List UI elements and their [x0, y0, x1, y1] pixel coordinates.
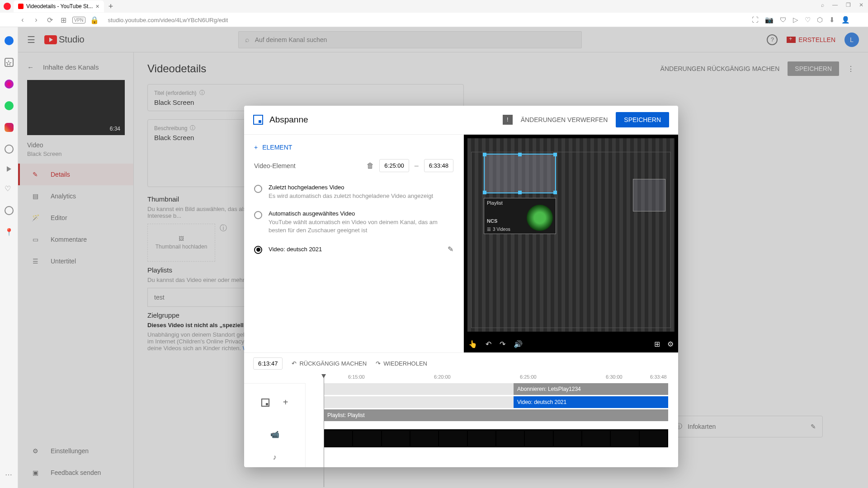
cube-icon[interactable]: ⬡ [817, 16, 823, 24]
modal-title: Abspanne [269, 115, 308, 125]
subscribe-clip[interactable]: Abonnieren: LetsPlay1234 [514, 383, 668, 395]
clock-icon[interactable] [5, 206, 14, 215]
radio-checked-icon[interactable] [254, 246, 262, 254]
resize-handle[interactable] [483, 153, 486, 156]
preview-canvas[interactable]: Playlist NCS ☰3 Videos [467, 138, 675, 332]
timeline-tick: 6:20:00 [434, 374, 451, 380]
resize-handle[interactable] [483, 191, 486, 194]
playlist-brand: NCS [487, 218, 497, 224]
workspace-icon[interactable] [5, 36, 14, 45]
grid-icon[interactable]: ⊞ [654, 340, 660, 348]
radio-icon[interactable] [254, 211, 262, 219]
element-type-label: Video-Element [254, 162, 296, 169]
element-settings-panel: + ELEMENT Video-Element 🗑 6:25:00 – 6:33… [244, 135, 464, 352]
timeline-track[interactable]: Playlist: Playlist [324, 409, 668, 421]
timeline-ruler[interactable]: 6:15:00 6:20:00 6:25:00 6:30:00 6:33:48 [244, 374, 678, 383]
player-icon[interactable] [7, 166, 11, 172]
timeline-track-header-audio: ♪ [244, 447, 305, 467]
selected-video-element[interactable] [484, 154, 556, 193]
plus-icon: + [254, 144, 258, 151]
timeline-redo-button[interactable]: ↷WIEDERHOLEN [376, 360, 427, 367]
rewind-icon[interactable]: ↶ [486, 340, 491, 348]
delete-element-icon[interactable]: 🗑 [367, 162, 374, 170]
pinboard-icon[interactable]: 📍 [5, 228, 14, 236]
gear-icon[interactable]: ⚙ [667, 340, 674, 348]
timeline-playhead[interactable] [324, 374, 324, 487]
radio-icon[interactable] [254, 185, 262, 193]
endscreen-modal: Abspanne ! ÄNDERUNGEN VERWERFEN SPEICHER… [244, 106, 678, 467]
maximize-icon[interactable]: ❐ [846, 2, 851, 8]
messenger-icon[interactable] [5, 80, 14, 89]
back-icon[interactable]: ‹ [18, 16, 27, 24]
timeline-track[interactable]: Video: deutsch 2021 [324, 396, 668, 408]
shield-icon[interactable]: 🛡 [780, 16, 787, 24]
new-tab-button[interactable]: + [104, 2, 118, 11]
option-best-for-viewer[interactable]: Automatisch ausgewähltes Video YouTube w… [254, 206, 453, 241]
history-icon[interactable] [5, 145, 14, 154]
video-frame [554, 430, 581, 446]
time-dash: – [415, 162, 419, 170]
favorites-icon[interactable]: ♡ [5, 184, 14, 193]
timeline-track[interactable]: Abonnieren: LetsPlay1234 [324, 383, 668, 395]
list-icon: ☰ [487, 227, 491, 232]
subscribe-element[interactable] [633, 179, 665, 211]
video-track-icon: 📹 [270, 430, 279, 439]
resize-handle[interactable] [553, 191, 557, 194]
search-icon[interactable]: ⌕ [821, 2, 824, 8]
send-icon[interactable]: ▷ [793, 16, 798, 24]
element-end-time[interactable]: 6:33:48 [424, 159, 453, 172]
reload-icon[interactable]: ⟳ [45, 16, 54, 24]
save-button[interactable]: SPEICHERN [616, 112, 669, 127]
resize-handle[interactable] [518, 153, 522, 156]
edit-video-icon[interactable]: ✎ [448, 245, 453, 253]
timeline-tick: 6:25:00 [520, 374, 537, 380]
minimize-icon[interactable]: — [832, 2, 838, 8]
forward-icon[interactable]: ↷ [500, 340, 505, 348]
playlist-element[interactable]: Playlist NCS ☰3 Videos [484, 198, 556, 234]
timeline-current-time[interactable]: 6:13:47 [253, 357, 283, 370]
element-start-time[interactable]: 6:25:00 [379, 159, 409, 172]
url-text[interactable]: studio.youtube.com/video/4LwYBcN6URg/edi… [108, 17, 228, 23]
music-note-icon: ♪ [273, 453, 277, 461]
feedback-icon[interactable]: ! [503, 115, 513, 125]
browser-tab[interactable]: Videodetails - YouTube St... × [14, 0, 104, 12]
undo-icon: ↶ [292, 360, 297, 367]
modal-header: Abspanne ! ÄNDERUNGEN VERWERFEN SPEICHER… [244, 106, 678, 134]
redo-icon: ↷ [376, 360, 381, 367]
video-frame [582, 430, 610, 446]
preview-panel: Playlist NCS ☰3 Videos 👆 ↶ ↷ 🔊 ⊞ ⚙ [464, 135, 678, 352]
timeline-undo-button[interactable]: ↶RÜCKGÄNGIG MACHEN [292, 360, 367, 367]
option-latest-upload[interactable]: Zuletzt hochgeladenes Video Es wird auto… [254, 180, 453, 206]
timeline-section: 6:13:47 ↶RÜCKGÄNGIG MACHEN ↷WIEDERHOLEN … [244, 352, 678, 467]
video-clip[interactable]: Video: deutsch 2021 [514, 396, 668, 408]
profile-icon[interactable]: 👤 [841, 16, 850, 24]
resize-handle[interactable] [518, 191, 522, 194]
pointer-icon[interactable]: 👆 [468, 340, 477, 348]
add-element-button[interactable]: + ELEMENT [254, 141, 453, 159]
timeline-track-header-video: 📹 [244, 421, 305, 447]
discard-button[interactable]: ÄNDERUNGEN VERWERFEN [521, 116, 608, 123]
apps-icon[interactable]: ⊞ [59, 16, 68, 24]
video-frame [496, 430, 524, 446]
close-window-icon[interactable]: ✕ [859, 2, 863, 8]
whatsapp-icon[interactable] [5, 101, 14, 110]
more-sidebar-icon[interactable]: ⋯ [5, 470, 13, 479]
playlist-count: ☰3 Videos [487, 227, 510, 232]
option-specific-video[interactable]: Video: deutsch 2021 ✎ [254, 241, 453, 260]
tab-close-icon[interactable]: × [95, 3, 99, 10]
resize-handle[interactable] [553, 153, 557, 156]
forward-icon[interactable]: › [32, 16, 41, 24]
download-icon[interactable]: ⬇ [829, 16, 835, 24]
volume-icon[interactable]: 🔊 [514, 340, 523, 348]
snapshot-icon[interactable]: ⛶ [752, 16, 759, 24]
player-controls: 👆 ↶ ↷ 🔊 ⊞ ⚙ [464, 335, 678, 352]
heart-icon[interactable]: ♡ [805, 16, 811, 24]
camera-icon[interactable]: 📷 [765, 16, 774, 24]
instagram-icon[interactable] [5, 123, 14, 132]
playlist-clip[interactable]: Playlist: Playlist [324, 409, 668, 421]
add-track-icon[interactable]: + [283, 397, 288, 408]
video-frame [439, 430, 467, 446]
video-frame-track[interactable] [324, 429, 668, 447]
vpn-badge[interactable]: VPN [72, 17, 85, 23]
bookmark-icon[interactable]: ☆ [5, 58, 14, 67]
